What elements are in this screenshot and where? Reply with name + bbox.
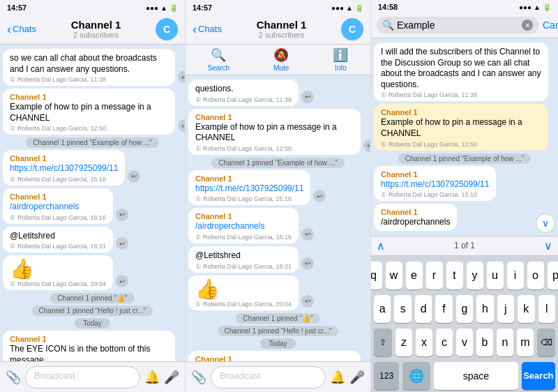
forward-btn[interactable]: ↩ xyxy=(301,228,314,241)
key-t[interactable]: t xyxy=(446,262,463,289)
msg-link[interactable]: https://t.me/c/1307925099/11 xyxy=(381,179,489,190)
back-button-1[interactable]: ‹ Chats xyxy=(7,23,36,36)
msg-sender: Channel 1 xyxy=(381,108,541,116)
msg-sender: Channel 1 xyxy=(195,355,354,361)
key-n[interactable]: n xyxy=(497,329,513,356)
msg-sender: Channel 1 xyxy=(10,193,106,201)
mic-icon-2[interactable]: 🎤 xyxy=(349,370,365,385)
time-2: 14:57 xyxy=(193,3,212,12)
key-o[interactable]: o xyxy=(527,262,544,289)
key-c[interactable]: c xyxy=(436,329,453,356)
search-clear-btn[interactable]: ✕ xyxy=(522,20,533,31)
sys-msg-2c: Channel 1 pinned "Hello ! just cr..." xyxy=(218,326,339,336)
forward-btn[interactable]: ↩ xyxy=(301,91,314,103)
key-shift[interactable]: ⇧ xyxy=(374,329,392,356)
key-p[interactable]: p xyxy=(548,262,559,289)
bell-icon-2[interactable]: 🔔 xyxy=(330,370,345,385)
message-1-4: Channel 1 /airdroperchannels ① Roberta D… xyxy=(3,188,113,224)
message-2-1: questions. ① Roberta Dal Lago Garcia, 11… xyxy=(188,80,299,106)
nav-center-1: Channel 1 2 subscribers xyxy=(36,19,156,39)
forward-btn[interactable]: ↩ xyxy=(301,295,314,308)
key-l[interactable]: l xyxy=(538,295,555,323)
search-message-1: I will add the subscribers of this Chann… xyxy=(374,43,548,101)
forward-btn[interactable]: ↩ xyxy=(178,119,185,132)
key-q[interactable]: q xyxy=(371,262,382,289)
status-bar-2: 14:57 ●●● ▲ 🔋 xyxy=(186,0,370,14)
key-a[interactable]: a xyxy=(374,295,391,323)
key-k[interactable]: k xyxy=(518,295,534,323)
key-g[interactable]: g xyxy=(456,295,473,323)
attachment-icon-2[interactable]: 📎 xyxy=(191,370,206,385)
key-f[interactable]: f xyxy=(435,295,452,323)
msg-emoji: 👍 xyxy=(195,280,292,299)
scroll-down-btn[interactable]: ∨ xyxy=(536,213,555,233)
forward-btn[interactable]: ↩ xyxy=(363,140,370,152)
mic-icon-1[interactable]: 🎤 xyxy=(164,370,179,385)
msg-link[interactable]: /airdroperchannels xyxy=(10,202,106,213)
toolbar-mute[interactable]: 🔕 Mute xyxy=(273,47,289,72)
message-1-2: Channel 1 Example of how to pin a messag… xyxy=(3,89,175,135)
broadcast-input-1[interactable]: Broadcast xyxy=(25,366,140,389)
avatar-2[interactable]: C xyxy=(341,18,363,40)
key-s[interactable]: s xyxy=(394,295,411,323)
key-i[interactable]: i xyxy=(507,262,524,289)
msg-link[interactable]: https://t.me/c/1307925099/11 xyxy=(195,183,303,195)
forward-btn[interactable]: ↩ xyxy=(116,209,128,221)
back-button-2[interactable]: ‹ Chats xyxy=(193,23,222,36)
message-2-4: Channel 1 /airdroperchannels ① Roberta D… xyxy=(188,208,299,243)
kb-row-4: 123 🌐 space Search xyxy=(374,362,555,390)
forward-btn[interactable]: ↩ xyxy=(178,70,185,83)
back-arrow-1: ‹ xyxy=(7,23,11,36)
attachment-icon-1[interactable]: 📎 xyxy=(6,370,21,385)
forward-btn[interactable]: ↩ xyxy=(128,170,140,183)
next-result-btn[interactable]: ∨ xyxy=(544,239,552,252)
toolbar-info[interactable]: ℹ️ Info xyxy=(333,47,348,72)
key-b[interactable]: b xyxy=(476,329,493,356)
search-cancel-btn[interactable]: Cancel xyxy=(543,20,558,31)
search-input[interactable] xyxy=(397,20,519,31)
key-j[interactable]: j xyxy=(497,295,514,323)
key-h[interactable]: h xyxy=(476,295,493,323)
key-globe[interactable]: 🌐 xyxy=(402,362,430,390)
msg-meta: ① Roberta Dal Lago Garcia, 20:04 xyxy=(195,301,292,308)
msg-text: I will add the subscribers of this Chann… xyxy=(381,47,541,90)
msg-meta: ① Roberta Dal Lago Garcia, 20:04 xyxy=(10,280,106,287)
key-x[interactable]: x xyxy=(416,329,432,356)
status-icons-2: ●●● ▲ 🔋 xyxy=(331,4,363,12)
key-v[interactable]: v xyxy=(456,329,473,356)
msg-emoji: 👍 xyxy=(10,259,106,279)
msg-meta: ① Roberta Dal Lago Garcia, 15:10 xyxy=(381,191,489,198)
key-e[interactable]: e xyxy=(406,262,423,289)
forward-btn[interactable]: ↩ xyxy=(313,190,326,202)
forward-btn[interactable]: ↩ xyxy=(116,275,128,287)
search-submit-btn[interactable]: Search xyxy=(522,362,555,390)
avatar-1[interactable]: C xyxy=(156,18,178,40)
prev-result-btn[interactable]: ∧ xyxy=(377,239,385,252)
msg-sender: Channel 1 xyxy=(10,154,118,163)
msg-meta: ① Roberta Dal Lago Garcia, 15:16 xyxy=(195,195,303,202)
key-w[interactable]: w xyxy=(386,262,402,289)
back-label-1: Chats xyxy=(13,24,36,34)
bell-icon-1[interactable]: 🔔 xyxy=(144,370,160,385)
key-z[interactable]: z xyxy=(395,329,412,356)
key-delete[interactable]: ⌫ xyxy=(537,329,555,356)
key-r[interactable]: r xyxy=(426,262,443,289)
key-space[interactable]: space xyxy=(434,362,518,390)
keyboard-area: q w e r t y u i o p a s d f g h j k l ⇧ … xyxy=(371,256,558,392)
toolbar-search[interactable]: 🔍 Search xyxy=(208,47,230,72)
msg-link[interactable]: https://t.me/c/1307925099/11 xyxy=(10,163,118,174)
forward-btn[interactable]: ↩ xyxy=(301,257,314,270)
key-y[interactable]: y xyxy=(467,262,483,289)
key-numbers[interactable]: 123 xyxy=(374,362,399,390)
channel-title-1: Channel 1 xyxy=(36,19,156,31)
key-u[interactable]: u xyxy=(487,262,504,289)
channel-subtitle-1: 2 subscribers xyxy=(36,31,156,39)
broadcast-input-2[interactable]: Broadcast xyxy=(211,366,326,389)
message-1-6: 👍 ① Roberta Dal Lago Garcia, 20:04 ↩ xyxy=(3,255,113,290)
key-d[interactable]: d xyxy=(415,295,432,323)
back-arrow-2: ‹ xyxy=(193,23,197,36)
date-badge-1: Today xyxy=(75,318,110,329)
msg-link[interactable]: /airdroperchannels xyxy=(195,221,292,232)
key-m[interactable]: m xyxy=(517,329,534,356)
forward-btn[interactable]: ↩ xyxy=(116,237,128,250)
